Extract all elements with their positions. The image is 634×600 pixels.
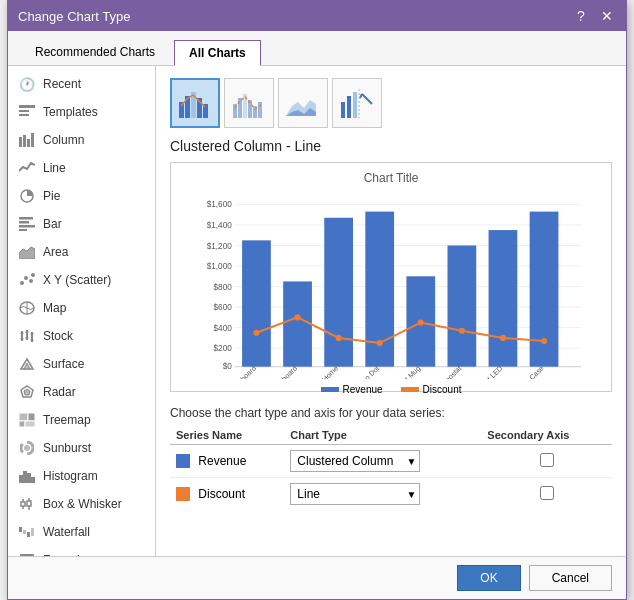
svg-rect-65 (238, 98, 242, 118)
sidebar-item-map[interactable]: Map (8, 294, 155, 322)
section-title: Clustered Column - Line (170, 138, 612, 154)
ok-button[interactable]: OK (457, 565, 520, 591)
svg-rect-3 (19, 137, 22, 147)
series-select-wrap-revenue: Clustered Column Line Stacked Area Bar P… (290, 450, 420, 472)
sidebar-item-radar[interactable]: Radar (8, 378, 155, 406)
svg-rect-46 (27, 501, 31, 506)
sidebar-item-surface[interactable]: Surface (8, 350, 155, 378)
svg-point-111 (541, 338, 547, 344)
svg-rect-69 (258, 102, 262, 118)
svg-rect-39 (23, 471, 27, 483)
sidebar-item-area[interactable]: Area (8, 238, 155, 266)
svg-point-109 (459, 328, 465, 334)
dialog-title: Change Chart Type (18, 9, 131, 24)
svg-text:$1,000: $1,000 (207, 262, 233, 271)
revenue-color-box (176, 454, 190, 468)
svg-rect-35 (25, 421, 35, 427)
waterfall-icon (18, 523, 36, 541)
sidebar-item-templates[interactable]: Templates (8, 98, 155, 126)
sidebar-item-stock[interactable]: Stock (8, 322, 155, 350)
close-button[interactable]: ✕ (598, 7, 616, 25)
tab-recommended[interactable]: Recommended Charts (20, 39, 170, 65)
sidebar-item-xy-scatter[interactable]: X Y (Scatter) (8, 266, 155, 294)
svg-rect-52 (20, 554, 34, 556)
discount-secondary-checkbox[interactable] (540, 486, 554, 500)
series-chart-type-revenue: Clustered Column Line Stacked Area Bar P… (284, 445, 481, 478)
chart-type-custom-combo[interactable] (332, 78, 382, 128)
chart-svg: $1,600 $1,400 $1,200 $1,000 $800 $600 $4… (179, 189, 603, 379)
chart-type-icons (170, 78, 612, 128)
radar-icon (18, 383, 36, 401)
tabs-row: Recommended Charts All Charts (8, 31, 626, 66)
legend-discount: Discount (401, 384, 462, 395)
svg-text:$400: $400 (214, 324, 233, 333)
svg-point-106 (336, 335, 342, 341)
col-header-series-name: Series Name (170, 426, 284, 445)
svg-text:$1,200: $1,200 (207, 242, 233, 251)
help-button[interactable]: ? (572, 7, 590, 25)
sidebar-item-bar[interactable]: Bar (8, 210, 155, 238)
sidebar-item-pie[interactable]: Pie (8, 182, 155, 210)
dialog-footer: OK Cancel (8, 556, 626, 599)
svg-text:$0: $0 (223, 362, 233, 371)
svg-line-76 (362, 94, 372, 104)
svg-rect-6 (31, 133, 34, 147)
funnel-icon (18, 551, 36, 556)
change-chart-type-dialog: Change Chart Type ? ✕ Recommended Charts… (7, 0, 627, 600)
svg-marker-31 (24, 389, 30, 395)
treemap-icon (18, 411, 36, 429)
chart-type-clustered-col-line[interactable] (170, 78, 220, 128)
svg-text:$800: $800 (214, 283, 233, 292)
sidebar-item-treemap[interactable]: Treemap (8, 406, 155, 434)
chart-legend: Revenue Discount (179, 384, 603, 395)
svg-rect-0 (19, 105, 35, 108)
svg-text:$1,600: $1,600 (207, 200, 233, 209)
discount-chart-type-select[interactable]: Clustered Column Line Stacked Area Bar P… (290, 483, 420, 505)
content-area: 🕐 Recent Templates Column Line (8, 66, 626, 556)
revenue-chart-type-select[interactable]: Clustered Column Line Stacked Area Bar P… (290, 450, 420, 472)
line-icon (18, 159, 36, 177)
chart-type-stacked-area[interactable] (278, 78, 328, 128)
legend-revenue-color (321, 387, 339, 392)
svg-rect-49 (23, 530, 26, 534)
chart-title: Chart Title (179, 171, 603, 185)
bar-icon (18, 215, 36, 233)
sidebar-item-sunburst[interactable]: Sunburst (8, 434, 155, 462)
svg-rect-1 (19, 110, 29, 112)
col-header-chart-type: Chart Type (284, 426, 481, 445)
sidebar-item-line[interactable]: Line (8, 154, 155, 182)
templates-icon (18, 103, 36, 121)
svg-rect-32 (19, 413, 28, 421)
tab-all-charts[interactable]: All Charts (174, 40, 261, 66)
map-icon (18, 299, 36, 317)
sidebar-item-funnel[interactable]: Funnel (8, 546, 155, 556)
series-table-label: Choose the chart type and axis for your … (170, 406, 612, 420)
col-header-secondary-axis: Secondary Axis (481, 426, 612, 445)
svg-point-104 (253, 330, 259, 336)
svg-point-107 (377, 340, 383, 346)
title-bar-controls: ? ✕ (572, 7, 616, 25)
cancel-button[interactable]: Cancel (529, 565, 612, 591)
box-whisker-icon (18, 495, 36, 513)
svg-rect-5 (27, 139, 30, 147)
sidebar-item-waterfall[interactable]: Waterfall (8, 518, 155, 546)
svg-rect-41 (31, 477, 35, 483)
svg-rect-11 (19, 229, 27, 231)
chart-type-col-line-secondary[interactable] (224, 78, 274, 128)
scatter-icon (18, 271, 36, 289)
svg-point-14 (24, 276, 28, 280)
svg-text:$600: $600 (214, 303, 233, 312)
svg-rect-34 (19, 421, 25, 427)
svg-rect-33 (28, 413, 35, 421)
series-name-revenue: Revenue (170, 445, 284, 478)
sidebar-item-box-whisker[interactable]: Box & Whisker (8, 490, 155, 518)
svg-rect-73 (347, 96, 351, 118)
sidebar-item-column[interactable]: Column (8, 126, 155, 154)
svg-rect-97 (283, 281, 312, 366)
svg-rect-40 (27, 473, 31, 483)
svg-point-16 (31, 273, 35, 277)
sidebar-item-recent[interactable]: 🕐 Recent (8, 70, 155, 98)
revenue-secondary-checkbox[interactable] (540, 453, 554, 467)
sidebar-item-histogram[interactable]: Histogram (8, 462, 155, 490)
svg-point-15 (29, 279, 33, 283)
